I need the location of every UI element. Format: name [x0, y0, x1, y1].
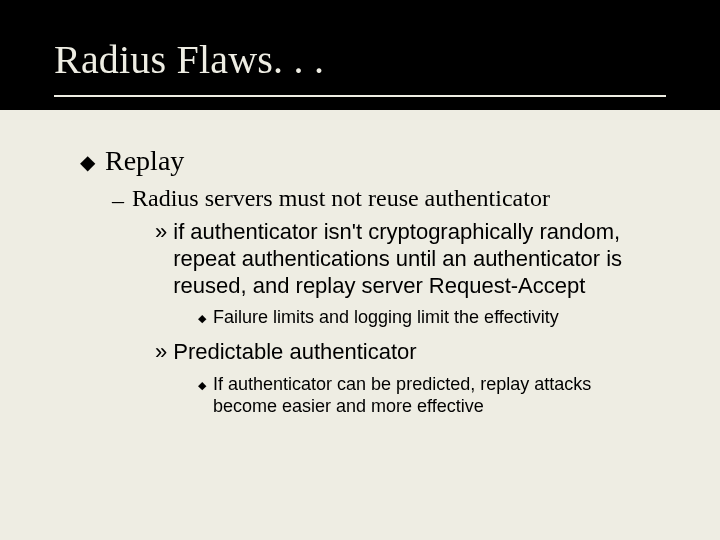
l1-text: Replay — [105, 145, 184, 177]
l3a-text: if authenticator isn't cryptographically… — [173, 219, 660, 299]
l2-text: Radius servers must not reuse authentica… — [132, 185, 550, 212]
title-divider — [54, 95, 666, 97]
diamond-bullet-icon: ◆ — [80, 145, 95, 179]
slide: Radius Flaws. . . ◆ Replay – Radius serv… — [0, 0, 720, 540]
diamond-small-bullet-icon: ◆ — [198, 374, 206, 396]
l4a-text: Failure limits and logging limit the eff… — [213, 307, 660, 329]
l4b-text: If authenticator can be predicted, repla… — [213, 374, 660, 418]
bullet-level-2: – Radius servers must not reuse authenti… — [112, 185, 660, 215]
bullet-level-3: » if authenticator isn't cryptographical… — [155, 219, 660, 299]
slide-title: Radius Flaws. . . — [54, 36, 324, 83]
diamond-small-bullet-icon: ◆ — [198, 307, 206, 329]
quote-bullet-icon: » — [155, 339, 167, 366]
quote-bullet-icon: » — [155, 219, 167, 246]
l3b-text: Predictable authenticator — [173, 339, 660, 366]
dash-bullet-icon: – — [112, 185, 124, 215]
bullet-level-4: ◆ If authenticator can be predicted, rep… — [198, 374, 660, 418]
slide-content: ◆ Replay – Radius servers must not reuse… — [80, 145, 660, 428]
bullet-level-3: » Predictable authenticator — [155, 339, 660, 366]
bullet-level-1: ◆ Replay — [80, 145, 660, 179]
bullet-level-4: ◆ Failure limits and logging limit the e… — [198, 307, 660, 329]
